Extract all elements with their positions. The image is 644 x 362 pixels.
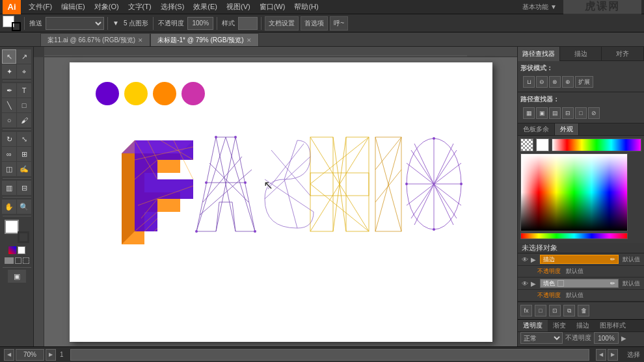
minus-back-btn[interactable]: ⊘	[588, 107, 600, 119]
stroke-opacity-row: 不透明度 默认值	[518, 266, 644, 278]
mesh-tool[interactable]: ⊞	[17, 147, 31, 161]
add-fill-btn[interactable]: □	[535, 305, 546, 317]
text-tool[interactable]: T	[17, 83, 31, 97]
fill-eye-icon[interactable]: 👁	[522, 280, 528, 287]
direct-select-tool[interactable]: ↗	[17, 49, 31, 64]
eyedropper-tool[interactable]: ✍	[17, 162, 31, 176]
tab-0[interactable]: 案11.ai @ 66.67% (RGB/预览) ✕	[40, 33, 150, 46]
expand-btn[interactable]: 扩展	[575, 76, 593, 88]
opacity-toolbar-input[interactable]: 100%	[187, 17, 213, 30]
stroke-style-select[interactable]	[46, 17, 104, 30]
blend-mode-select[interactable]: 正常	[520, 332, 563, 344]
gradient-mode-icon[interactable]	[15, 257, 21, 264]
menu-window[interactable]: 窗口(W)	[256, 1, 289, 13]
color-area	[518, 136, 644, 243]
clip-mask-checkbox[interactable]	[522, 346, 530, 347]
panel-tab-pathfinder[interactable]: 路径查找器	[518, 47, 560, 61]
fill-color-swatch[interactable]	[557, 280, 564, 287]
opacity-percent-btn[interactable]: ▶	[621, 335, 626, 342]
appearance-section: 👁 ▶ 描边 ✏ 默认值 不透明度 默认值 👁 ▶ 填色 ✏	[518, 253, 644, 302]
panel-tab-align[interactable]: 对齐	[602, 47, 644, 61]
bar-chart-tool[interactable]: ▥	[2, 181, 16, 195]
zoom-tool[interactable]: 🔍	[17, 200, 31, 214]
menu-select[interactable]: 选择(S)	[157, 1, 189, 13]
rect-tool[interactable]: □	[17, 98, 31, 112]
color-mode-icon[interactable]	[5, 257, 14, 264]
canvas-area[interactable]: ↖	[34, 47, 517, 346]
hue-bar[interactable]	[520, 233, 628, 239]
tab-0-close[interactable]: ✕	[138, 37, 143, 44]
ellipse-tool[interactable]: ○	[2, 113, 16, 127]
menu-view[interactable]: 视图(V)	[222, 1, 254, 13]
menu-file[interactable]: 文件(F)	[25, 1, 56, 13]
hand-tool[interactable]: ✋	[2, 200, 16, 214]
prev-page-btn[interactable]: ◀	[4, 349, 14, 361]
status-next-btn[interactable]: ▶	[608, 349, 618, 361]
gradient-editor-tab[interactable]: 图形样式	[595, 320, 631, 331]
merge-btn[interactable]: ▤	[549, 107, 561, 119]
menu-edit[interactable]: 编辑(E)	[57, 1, 89, 13]
shout-btn[interactable]: 呼~	[330, 16, 348, 31]
pencil-stroke-icon[interactable]: ✏	[610, 256, 615, 263]
intersect-btn[interactable]: ⊗	[549, 76, 561, 88]
svg-point-25	[215, 136, 217, 138]
exclude-btn[interactable]: ⊕	[562, 76, 574, 88]
color-tab-swatch[interactable]: 色板多余	[518, 123, 555, 135]
tool-fill[interactable]	[5, 220, 19, 234]
select-tool[interactable]: ↖	[2, 49, 16, 64]
grid-tab[interactable]: 渐变	[548, 320, 571, 331]
tab-1[interactable]: 未标题-1* @ 79% (RGB/预览) ✕	[150, 33, 258, 46]
unite-btn[interactable]: ⊔	[523, 76, 535, 88]
duplicate-item-btn[interactable]: ⧉	[563, 305, 575, 317]
svg-point-62	[433, 137, 435, 140]
stroke-value: 默认值	[623, 255, 640, 264]
menu-text[interactable]: 文字(T)	[124, 1, 155, 13]
fill-triangle[interactable]: ▶	[531, 280, 536, 287]
none-mode-icon[interactable]	[23, 257, 29, 264]
stroke-bottom-tab[interactable]: 描边	[571, 320, 595, 331]
tab-1-close[interactable]: ✕	[247, 37, 252, 44]
slice-tool[interactable]: ⊟	[17, 181, 31, 195]
status-prev-btn[interactable]: ◀	[596, 349, 606, 361]
add-stroke-btn[interactable]: ⊡	[549, 305, 561, 317]
screen-mode-btn[interactable]: ▣	[8, 270, 26, 283]
trim-btn[interactable]: ▣	[536, 107, 548, 119]
pen-tool[interactable]: ✒	[2, 83, 16, 97]
color-spectrum[interactable]	[520, 153, 628, 231]
fill-stroke-selector[interactable]	[3, 16, 21, 31]
preference-btn[interactable]: 首选项	[301, 16, 328, 31]
color-tab-appearance[interactable]: 外观	[555, 123, 579, 135]
gradient-tool[interactable]: ◫	[2, 162, 16, 176]
opacity-panel-input[interactable]	[594, 332, 619, 344]
menu-help[interactable]: 帮助(H)	[290, 1, 322, 13]
menu-effect[interactable]: 效果(E)	[189, 1, 221, 13]
lasso-tool[interactable]: ⌖	[17, 64, 31, 79]
line-tool[interactable]: ╲	[2, 98, 16, 112]
color-bar[interactable]	[552, 138, 641, 151]
pencil-fill-icon[interactable]: ✏	[610, 280, 615, 287]
brush-tool[interactable]: 🖌	[17, 113, 31, 127]
minus-front-btn[interactable]: ⊖	[536, 76, 548, 88]
stroke-triangle[interactable]: ▶	[531, 256, 536, 263]
tool-stroke[interactable]	[18, 231, 29, 243]
transparency-tab[interactable]: 透明度	[518, 320, 548, 331]
blend-tool[interactable]: ∞	[2, 147, 16, 161]
swap-colors-icon[interactable]	[8, 246, 16, 254]
rotate-tool[interactable]: ↻	[2, 132, 16, 146]
white-swatch[interactable]	[536, 138, 549, 151]
checkerboard-swatch[interactable]	[520, 138, 533, 151]
panel-tab-stroke[interactable]: 描边	[560, 47, 602, 61]
add-effect-btn[interactable]: fx	[520, 305, 532, 317]
doc-settings-btn[interactable]: 文档设置	[265, 16, 299, 31]
scale-tool[interactable]: ⤡	[17, 132, 31, 146]
menu-object[interactable]: 对象(O)	[90, 1, 123, 13]
next-page-btn[interactable]: ▶	[46, 349, 56, 361]
crop-btn[interactable]: ⊟	[562, 107, 574, 119]
divide-btn[interactable]: ▦	[523, 107, 535, 119]
default-colors-icon[interactable]	[18, 246, 25, 254]
magic-wand-tool[interactable]: ✦	[2, 64, 16, 79]
stroke-eye-icon[interactable]: 👁	[522, 256, 528, 263]
style-label: 样式	[221, 19, 236, 28]
outline-btn[interactable]: □	[575, 107, 587, 119]
delete-item-btn[interactable]: 🗑	[578, 305, 589, 317]
